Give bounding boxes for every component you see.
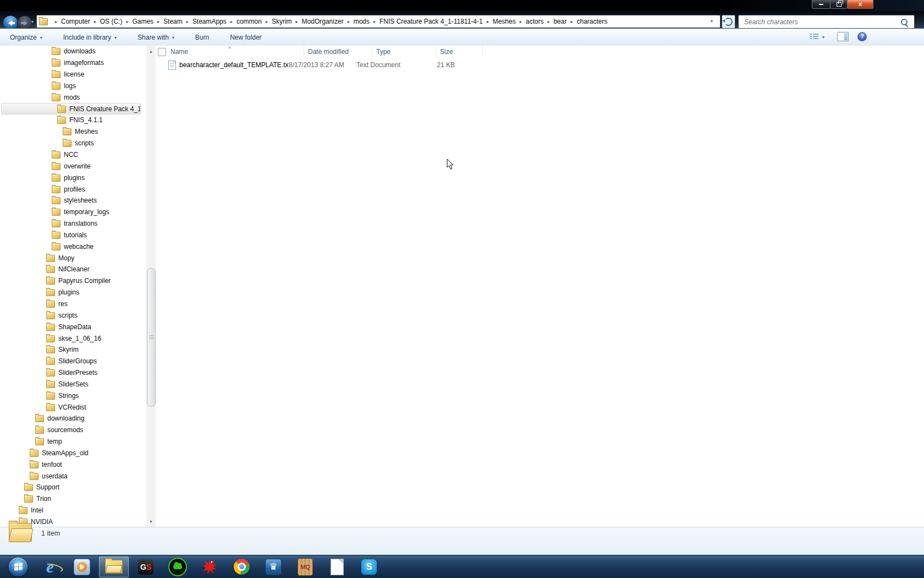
taskbar-text-editor[interactable] bbox=[321, 556, 353, 578]
tree-item[interactable]: downloading bbox=[0, 413, 156, 424]
breadcrumb-item[interactable]: FNIS Creature Pack 4_1-11811-4-1 bbox=[380, 18, 483, 25]
tree-item-label: ShapeData bbox=[58, 323, 91, 331]
tree-item[interactable]: webcache bbox=[0, 241, 156, 252]
toolbar-button[interactable]: Organize ▾ bbox=[8, 32, 45, 43]
breadcrumb-item[interactable]: mods bbox=[354, 18, 370, 25]
tree-item[interactable]: translations bbox=[0, 218, 156, 230]
tree-item[interactable]: temporary_logs bbox=[0, 206, 156, 218]
breadcrumb-item[interactable]: bear bbox=[553, 18, 566, 25]
tree-item[interactable]: Papyrus Compiler bbox=[0, 275, 156, 287]
column-header[interactable]: ▲ Name bbox=[156, 46, 304, 57]
taskbar-media-player[interactable] bbox=[66, 556, 98, 578]
tree-item[interactable]: imageformats bbox=[0, 57, 156, 69]
taskbar-skype[interactable]: S bbox=[353, 556, 385, 578]
column-header[interactable]: ▲ Size bbox=[436, 46, 483, 57]
address-bar[interactable]: ▸ Computer ▸ OS (C:) ▸ Games ▸ Steam bbox=[36, 15, 721, 28]
tree-item[interactable]: profiles bbox=[0, 183, 156, 195]
breadcrumb-item[interactable]: Games bbox=[132, 18, 153, 25]
tree-item[interactable]: Mopy bbox=[0, 252, 156, 264]
tree-item[interactable]: ShapeData bbox=[0, 321, 156, 332]
preview-pane-button[interactable] bbox=[837, 32, 849, 41]
tree-item[interactable]: tutorials bbox=[0, 230, 156, 241]
breadcrumb-item[interactable]: Meshes bbox=[493, 18, 516, 25]
minimize-button[interactable] bbox=[812, 0, 831, 9]
taskbar-internet-explorer[interactable]: e bbox=[34, 556, 66, 578]
taskbar-windows-explorer[interactable] bbox=[99, 557, 129, 577]
search-input[interactable] bbox=[743, 18, 901, 26]
refresh-button[interactable] bbox=[722, 15, 735, 29]
column-header-label: Size bbox=[440, 48, 453, 56]
scroll-up-icon[interactable]: ▲ bbox=[146, 47, 156, 56]
taskbar-nexus-app[interactable] bbox=[194, 556, 226, 578]
tree-item[interactable]: sourcemods bbox=[0, 424, 156, 436]
tree-item[interactable]: stylesheets bbox=[0, 195, 156, 206]
tree-item[interactable]: plugins bbox=[0, 172, 156, 183]
tree-item[interactable]: plugins bbox=[0, 287, 156, 298]
help-button[interactable]: ? bbox=[857, 32, 867, 41]
column-header[interactable]: ▲ Date modified bbox=[304, 46, 372, 57]
file-row[interactable]: bearcharacter_default_TEMPLATE.txt 8/17/… bbox=[156, 59, 924, 71]
tree-item[interactable]: Intel bbox=[0, 505, 156, 516]
tree-item[interactable]: Strings bbox=[0, 390, 156, 401]
breadcrumb-item[interactable]: ModOrganizer bbox=[302, 18, 344, 25]
breadcrumb-item[interactable]: actors bbox=[526, 18, 544, 25]
toolbar-button[interactable]: New folder ▾ bbox=[228, 32, 263, 43]
tree-item[interactable]: downloads bbox=[0, 46, 156, 57]
toolbar-button[interactable]: Include in library ▾ bbox=[61, 32, 119, 43]
restore-button[interactable] bbox=[830, 0, 848, 9]
breadcrumb-item[interactable]: common bbox=[237, 18, 262, 25]
breadcrumb-item[interactable]: OS (C:) bbox=[100, 18, 123, 25]
red-creature-icon bbox=[201, 558, 218, 576]
start-button[interactable] bbox=[2, 556, 34, 578]
views-dropdown-icon[interactable]: ▾ bbox=[822, 35, 824, 40]
breadcrumb-item[interactable]: Steam bbox=[163, 18, 183, 25]
tree-item[interactable]: scripts bbox=[0, 138, 156, 149]
tree-item[interactable]: SteamApps_old bbox=[0, 448, 156, 459]
tree-item[interactable]: FNIS_4.1.1 bbox=[0, 114, 156, 126]
breadcrumb-separator-icon: ▸ bbox=[262, 19, 272, 24]
tree-item[interactable]: license bbox=[0, 69, 156, 80]
toolbar-button[interactable]: Burn ▾ bbox=[193, 32, 211, 43]
taskbar-crown-app[interactable]: ♛ bbox=[257, 556, 289, 578]
tree-item[interactable]: SliderGroups bbox=[0, 356, 156, 367]
taskbar-gamesave-manager[interactable]: GS bbox=[130, 556, 162, 578]
address-dropdown-icon[interactable]: ▾ bbox=[711, 19, 713, 24]
breadcrumb-item[interactable]: SteamApps bbox=[193, 18, 227, 25]
tree-item[interactable]: tenfoot bbox=[0, 459, 156, 470]
change-view-button[interactable]: ▾ bbox=[807, 31, 827, 41]
tree-item[interactable]: Meshes bbox=[0, 126, 156, 138]
tree-item[interactable]: logs bbox=[0, 80, 156, 92]
column-header[interactable]: ▲ Type bbox=[372, 46, 436, 57]
tree-item[interactable]: overwrite bbox=[0, 160, 156, 172]
select-all-checkbox[interactable] bbox=[158, 48, 166, 56]
taskbar-chrome[interactable] bbox=[226, 556, 257, 578]
breadcrumb-item[interactable]: Computer bbox=[61, 18, 90, 25]
toolbar-button[interactable]: Share with ▾ bbox=[135, 32, 177, 43]
tree-item[interactable]: scripts bbox=[0, 309, 156, 321]
scrollbar-thumb[interactable] bbox=[147, 268, 156, 407]
scroll-down-icon[interactable]: ▼ bbox=[146, 517, 156, 526]
tree-item[interactable]: NCC bbox=[0, 149, 156, 161]
taskbar-cloud-app[interactable] bbox=[162, 556, 194, 578]
tree-item[interactable]: VCRedist bbox=[0, 401, 156, 413]
history-dropdown[interactable]: ▾ bbox=[31, 19, 34, 24]
tree-item[interactable]: SliderPresets bbox=[0, 367, 156, 379]
tree-item[interactable]: mods bbox=[0, 91, 156, 103]
tree-item[interactable]: Skyrim bbox=[0, 344, 156, 356]
breadcrumb-item[interactable]: characters bbox=[576, 18, 607, 25]
tree-item[interactable]: Trion bbox=[0, 493, 156, 505]
tree-item[interactable]: temp bbox=[0, 436, 156, 448]
breadcrumb-item[interactable]: Skyrim bbox=[272, 18, 292, 25]
tree-item[interactable]: userdata bbox=[0, 470, 156, 482]
tree-scrollbar[interactable]: ▲ ▼ bbox=[146, 46, 156, 527]
taskbar-mq-app[interactable]: MQ bbox=[289, 556, 321, 578]
tree-item[interactable]: skse_1_06_16 bbox=[0, 332, 156, 344]
search-icon[interactable] bbox=[901, 19, 908, 25]
tree-item[interactable]: NifCleaner bbox=[0, 264, 156, 275]
tree-item-label: plugins bbox=[58, 288, 79, 296]
tree-item[interactable]: FNIS Creature Pack 4_1-11811-4-1 bbox=[1, 103, 141, 114]
tree-item[interactable]: SliderSets bbox=[0, 378, 156, 390]
tree-item[interactable]: res bbox=[0, 298, 156, 310]
tree-item[interactable]: Support bbox=[0, 482, 156, 493]
close-button[interactable]: × bbox=[847, 0, 873, 9]
